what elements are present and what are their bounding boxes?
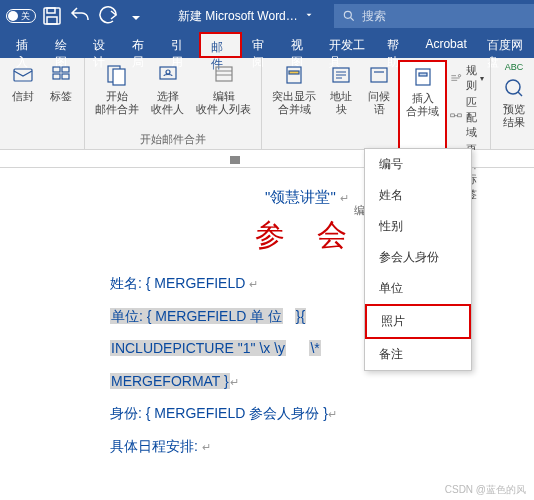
redo-icon[interactable] (96, 4, 120, 28)
tab-baidu[interactable]: 百度网盘 (477, 32, 534, 58)
preview-icon (501, 75, 527, 101)
envelopes-button[interactable]: 信封 (4, 60, 42, 135)
mail-merge-icon (104, 62, 130, 88)
labels-button[interactable]: 标签 (42, 60, 80, 135)
tab-help[interactable]: 帮助 (377, 32, 416, 58)
svg-rect-17 (371, 68, 387, 82)
group-create: 信封 标签 (0, 58, 85, 149)
tab-references[interactable]: 引用 (161, 32, 200, 58)
group-write-insert: 突出显示 合并域 地址块 问候语 插入 合并域 规则▾ 匹配域 更新标签 编写和… (262, 58, 491, 149)
ribbon: 信封 标签 开始 邮件合并 选择 收件人 编辑 收件人列表 开始邮件合 (0, 58, 534, 150)
highlight-icon (281, 62, 307, 88)
svg-rect-14 (287, 67, 301, 83)
select-recipients-button[interactable]: 选择 收件人 (145, 60, 190, 132)
save-icon[interactable] (40, 4, 64, 28)
svg-rect-18 (416, 69, 430, 85)
dd-item-remark[interactable]: 备注 (365, 339, 471, 370)
chevron-down-icon[interactable] (304, 10, 314, 22)
tab-developer[interactable]: 开发工具 (319, 32, 376, 58)
tab-insert[interactable]: 插入 (6, 32, 45, 58)
document-name[interactable]: 新建 Microsoft Word… (178, 8, 298, 25)
rules-icon (449, 71, 463, 85)
search-icon (342, 9, 356, 23)
svg-rect-5 (53, 67, 60, 72)
watermark: CSDN @蓝色的风 (445, 483, 526, 497)
envelope-icon (10, 62, 36, 88)
svg-rect-11 (160, 67, 176, 79)
tab-review[interactable]: 审阅 (242, 32, 281, 58)
edit-list-icon (211, 62, 237, 88)
svg-point-12 (166, 70, 170, 74)
svg-rect-15 (289, 71, 299, 74)
recipients-icon (155, 62, 181, 88)
svg-rect-13 (216, 67, 232, 81)
edit-recipients-button[interactable]: 编辑 收件人列表 (190, 60, 257, 132)
tab-acrobat[interactable]: Acrobat (415, 32, 476, 58)
svg-rect-22 (458, 113, 462, 116)
label-icon (48, 62, 74, 88)
dd-item-id[interactable]: 编号 (365, 149, 471, 180)
svg-rect-8 (62, 74, 69, 79)
tab-view[interactable]: 视图 (281, 32, 320, 58)
autosave-toggle[interactable]: 关 (6, 9, 36, 23)
tab-layout[interactable]: 布局 (122, 32, 161, 58)
ruler-indent-marker[interactable] (230, 156, 240, 164)
ribbon-tabs: 插入 绘图 设计 布局 引用 邮件 审阅 视图 开发工具 帮助 Acrobat … (0, 32, 534, 58)
start-merge-button[interactable]: 开始 邮件合并 (89, 60, 145, 132)
svg-point-20 (458, 75, 460, 77)
tab-draw[interactable]: 绘图 (45, 32, 84, 58)
merge-field-dropdown: 编号 姓名 性别 参会人身份 单位 照片 备注 (364, 148, 472, 371)
svg-rect-4 (14, 69, 32, 81)
address-icon (328, 62, 354, 88)
svg-point-3 (344, 11, 351, 18)
svg-rect-19 (419, 73, 427, 76)
group-label (4, 135, 80, 149)
line-id: 身份: { MERGEFIELD 参会人身份 }↵ (110, 400, 504, 427)
search-box[interactable]: 搜索 (334, 4, 534, 28)
title-bar: 关 新建 Microsoft Word… 搜索 (0, 0, 534, 32)
svg-rect-2 (47, 17, 57, 24)
group-label: 开始邮件合并 (89, 132, 257, 149)
preview-button[interactable]: ABC 预览结果 (495, 60, 533, 149)
tab-mailings[interactable]: 邮件 (199, 32, 242, 58)
search-placeholder: 搜索 (362, 8, 386, 25)
group-start-merge: 开始 邮件合并 选择 收件人 编辑 收件人列表 开始邮件合并 (85, 58, 262, 149)
svg-point-25 (506, 80, 520, 94)
match-fields-button[interactable]: 匹配域 (447, 94, 486, 141)
line-mergeformat: MERGEFORMAT }↵ (110, 368, 504, 395)
svg-rect-10 (113, 69, 125, 85)
svg-rect-21 (451, 113, 455, 116)
abc-label: ABC (505, 62, 524, 73)
match-icon (449, 111, 463, 125)
dd-item-name[interactable]: 姓名 (365, 180, 471, 211)
svg-rect-7 (53, 74, 60, 79)
merge-field-icon (410, 64, 436, 90)
dd-item-photo[interactable]: 照片 (365, 304, 471, 339)
dd-item-unit[interactable]: 单位 (365, 273, 471, 304)
dropdown-icon[interactable] (124, 4, 148, 28)
greeting-icon (366, 62, 392, 88)
rules-button[interactable]: 规则▾ (447, 62, 486, 94)
tab-design[interactable]: 设计 (83, 32, 122, 58)
undo-icon[interactable] (68, 4, 92, 28)
quick-access: 关 (0, 4, 148, 28)
svg-rect-1 (47, 8, 55, 13)
dd-item-gender[interactable]: 性别 (365, 211, 471, 242)
dd-item-role[interactable]: 参会人身份 (365, 242, 471, 273)
svg-rect-6 (62, 67, 69, 72)
group-preview: ABC 预览结果 (491, 58, 534, 149)
line-date: 具体日程安排: ↵ (110, 433, 504, 460)
